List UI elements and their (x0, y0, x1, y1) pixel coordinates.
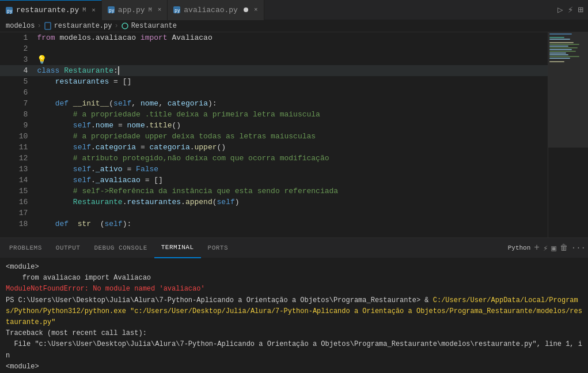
tab-dot-avaliacao (244, 7, 248, 12)
line-number: 14 (0, 175, 35, 186)
terminal-line: <module> (6, 361, 582, 372)
add-terminal-icon[interactable]: + (534, 243, 540, 253)
table-row: 17 (0, 208, 548, 218)
bottom-panel: PROBLEMS OUTPUT DEBUG CONSOLE TERMINAL P… (0, 238, 588, 373)
tab-bar-controls: ▷ ⚡ ⊞ (557, 4, 588, 16)
class-icon (121, 22, 129, 30)
tab-close-restaurante[interactable]: × (92, 7, 96, 14)
tab-app[interactable]: py app.py M × (102, 0, 168, 20)
minimap-line (549, 51, 576, 52)
line-content: restaurantes = [] (35, 76, 548, 87)
svg-text:py: py (174, 8, 180, 13)
tab-avaliacao[interactable]: py avaliacao.py × (168, 0, 264, 20)
line-content: 💡 (35, 54, 548, 65)
line-number: 17 (0, 208, 35, 218)
file-icon (44, 22, 52, 30)
table-row: 3 💡 (0, 54, 548, 65)
line-number: 4 (0, 65, 35, 76)
tab-restaurante[interactable]: py restaurante.py M × (0, 0, 102, 20)
table-row: 9 self.nome = nome.title() (0, 120, 548, 131)
split-terminal-icon[interactable]: ⚡ (543, 243, 548, 253)
minimap-line (549, 42, 574, 43)
py-icon-3: py (173, 6, 180, 13)
minimap-line (549, 33, 572, 35)
table-row: 5 restaurantes = [] (0, 76, 548, 87)
terminal-content[interactable]: <module> from avaliacao import Avaliacao… (0, 258, 588, 373)
tab-ports[interactable]: PORTS (201, 238, 236, 258)
line-number: 1 (0, 32, 35, 43)
line-content: def str (self): (35, 218, 548, 229)
table-row: 16 Restaurante.restaurantes.append(self) (0, 197, 548, 208)
run-icon[interactable]: ▷ (557, 4, 563, 16)
tab-problems[interactable]: PROBLEMS (2, 238, 49, 258)
table-row: 12 # atributo protegido,não deixa com qu… (0, 153, 548, 164)
line-number: 3 (0, 54, 35, 65)
tab-terminal[interactable]: TERMINAL (154, 238, 201, 258)
breadcrumb-modelos[interactable]: modelos (6, 22, 35, 30)
table-row: 18 def str (self): (0, 218, 548, 229)
line-content (35, 87, 548, 98)
delete-terminal-icon[interactable]: 🗑 (560, 243, 568, 253)
line-number: 6 (0, 87, 35, 98)
line-number: 13 (0, 164, 35, 175)
line-number: 8 (0, 109, 35, 120)
table-row: 13 self._ativo = False (0, 164, 548, 175)
line-number: 12 (0, 153, 35, 164)
line-number: 11 (0, 142, 35, 153)
breadcrumb-file[interactable]: restaurante.py (54, 22, 112, 30)
table-row: 6 (0, 87, 548, 98)
line-number: 9 (0, 120, 35, 131)
tab-close-app[interactable]: × (158, 6, 162, 13)
lightbulb-icon[interactable]: 💡 (37, 55, 47, 65)
code-editor[interactable]: 1 from modelos.avaliacao import Avaliaca… (0, 32, 548, 238)
table-row: 15 # self->Referência da instância que e… (0, 186, 548, 197)
editor-area: 1 from modelos.avaliacao import Avaliaca… (0, 32, 588, 238)
py-icon-2: py (108, 6, 115, 13)
line-content: # atributo protegido,não deixa com que o… (35, 153, 548, 164)
line-number: 2 (0, 43, 35, 54)
minimap-line (549, 44, 579, 45)
line-number: 16 (0, 197, 35, 208)
svg-text:py: py (7, 9, 13, 14)
panel-tab-controls: Python + ⚡ ▣ 🗑 ··· (508, 243, 586, 253)
minimap-line (549, 37, 564, 38)
line-number: 10 (0, 131, 35, 142)
svg-rect-6 (45, 22, 51, 29)
breadcrumb: modelos › restaurante.py › Restaurante (0, 20, 588, 32)
breadcrumb-sep-2: › (114, 22, 118, 30)
terminal-line-error: ModuleNotFoundError: No module named 'av… (6, 284, 582, 295)
tab-close-avaliacao[interactable]: × (254, 6, 258, 13)
line-content: # self->Referência da instância que esta… (35, 186, 548, 197)
line-content: self._avaliacao = [] (35, 175, 548, 186)
line-content: self._ativo = False (35, 164, 548, 175)
code-table: 1 from modelos.avaliacao import Avaliaca… (0, 32, 548, 229)
breadcrumb-class[interactable]: Restaurante (131, 22, 177, 30)
split-icon[interactable]: ⊞ (578, 4, 583, 16)
layout-icon[interactable]: ▣ (551, 243, 556, 253)
line-number: 15 (0, 186, 35, 197)
minimap-line (549, 58, 570, 59)
line-content (35, 43, 548, 54)
tab-output[interactable]: OUTPUT (49, 238, 88, 258)
line-content: self.nome = nome.title() (35, 120, 548, 131)
debug-icon[interactable]: ⚡ (568, 4, 574, 16)
tab-label-app: app.py (118, 6, 145, 14)
table-row: 10 # a propriedade upper deixa todas as … (0, 131, 548, 142)
minimap[interactable] (548, 32, 588, 238)
table-row: 8 # a propriedade .title deixa a primeir… (0, 109, 548, 120)
svg-text:py: py (109, 8, 115, 13)
line-content (35, 208, 548, 218)
table-row: 11 self.categoria = categoria.upper() (0, 142, 548, 153)
line-content: self.categoria = categoria.upper() (35, 142, 548, 153)
table-row: 1 from modelos.avaliacao import Avaliaca… (0, 32, 548, 43)
tab-modified-restaurante: M (82, 7, 86, 13)
terminal-line: PS C:\Users\User\Desktop\Julia\Alura\7-P… (6, 295, 582, 329)
terminal-line: <module> (6, 262, 582, 273)
table-row: 2 (0, 43, 548, 54)
minimap-line (549, 49, 572, 50)
tab-label-restaurante: restaurante.py (16, 6, 79, 14)
tab-debug-console[interactable]: DEBUG CONSOLE (87, 238, 154, 258)
tab-label-avaliacao: avaliacao.py (184, 6, 238, 14)
more-options-icon[interactable]: ··· (571, 243, 586, 253)
tab-modified-app: M (149, 7, 152, 13)
